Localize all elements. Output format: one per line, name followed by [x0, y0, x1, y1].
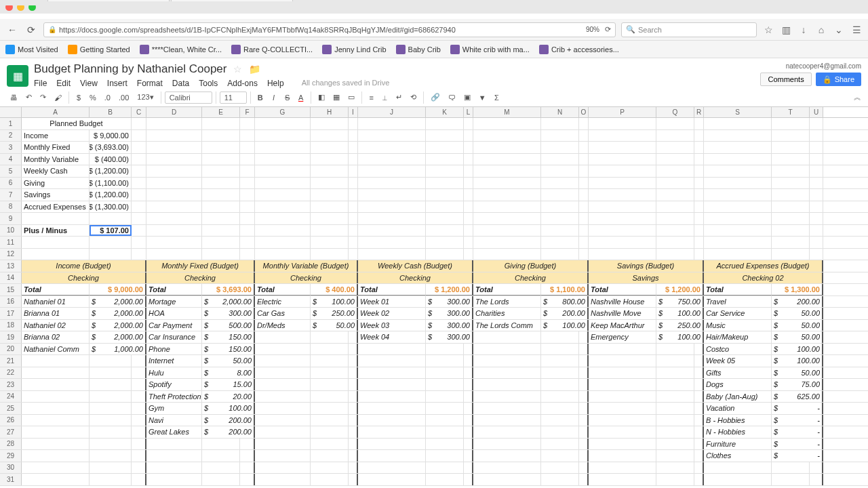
cell[interactable]	[22, 213, 90, 224]
row-header[interactable]: 3	[0, 142, 22, 153]
cell[interactable]	[541, 426, 579, 438]
cell[interactable]	[464, 439, 473, 450]
cell[interactable]	[656, 189, 694, 201]
cell[interactable]	[22, 379, 90, 390]
cell[interactable]	[255, 130, 311, 142]
cell[interactable]: $800.00	[541, 296, 589, 308]
cell[interactable]: Keep MacArthur	[589, 320, 656, 331]
cell[interactable]	[694, 130, 704, 142]
cell[interactable]: Giving	[22, 178, 90, 189]
cell[interactable]: Total	[358, 284, 426, 296]
cell[interactable]	[146, 213, 202, 224]
cell[interactable]	[656, 130, 694, 142]
row-header[interactable]: 4	[0, 154, 22, 165]
cell[interactable]	[240, 450, 255, 462]
functions-button[interactable]: Σ	[491, 92, 503, 104]
cell[interactable]: Clothes	[704, 450, 772, 462]
cell[interactable]	[589, 178, 656, 189]
cell[interactable]	[358, 450, 426, 462]
cell[interactable]	[255, 474, 311, 485]
row-header[interactable]: 24	[0, 391, 22, 403]
cell[interactable]	[311, 415, 349, 426]
row-header[interactable]: 9	[0, 213, 22, 224]
cell[interactable]: Planned Budget	[22, 118, 132, 129]
cell[interactable]: $ 107.00	[90, 225, 132, 237]
cell[interactable]	[772, 462, 810, 474]
cell[interactable]	[358, 415, 426, 426]
cell[interactable]	[358, 130, 426, 142]
cell[interactable]	[255, 415, 311, 426]
cell[interactable]	[132, 450, 146, 462]
cell[interactable]: Week 01	[358, 296, 426, 308]
cell[interactable]	[579, 391, 589, 403]
cell[interactable]	[473, 225, 541, 237]
cell[interactable]	[694, 201, 704, 213]
cell[interactable]	[656, 403, 694, 414]
cell[interactable]	[589, 450, 656, 462]
user-email[interactable]: natecooper4@gmail.com	[760, 62, 861, 70]
cell[interactable]: $100.00	[772, 355, 823, 367]
cell[interactable]	[255, 355, 311, 367]
cell[interactable]	[579, 344, 589, 355]
cell[interactable]	[704, 474, 772, 485]
cell[interactable]: $15.00	[202, 379, 255, 390]
cell[interactable]	[810, 201, 823, 213]
cell[interactable]	[541, 450, 579, 462]
cell[interactable]	[694, 379, 704, 390]
cell[interactable]: B - Hobbies	[704, 415, 772, 426]
column-header[interactable]: O	[579, 107, 589, 117]
cell[interactable]	[589, 237, 656, 248]
cell[interactable]	[349, 344, 358, 355]
cell[interactable]: Travel	[704, 296, 772, 308]
row-header[interactable]: 11	[0, 237, 22, 248]
cell[interactable]	[311, 462, 349, 474]
cell[interactable]	[22, 426, 90, 438]
cell[interactable]: $2,000.00	[90, 308, 146, 319]
cell[interactable]	[579, 249, 589, 260]
cell[interactable]: The Lords	[473, 296, 541, 308]
column-header[interactable]: T	[772, 107, 810, 117]
cell[interactable]	[358, 391, 426, 403]
cell[interactable]	[132, 165, 146, 177]
cell[interactable]	[311, 474, 349, 485]
percent-button[interactable]: %	[86, 92, 100, 104]
cell[interactable]	[810, 213, 823, 224]
cell[interactable]	[132, 379, 146, 390]
cell[interactable]: $150.00	[202, 331, 255, 343]
cell[interactable]	[90, 439, 132, 450]
cell[interactable]	[589, 249, 656, 260]
bookmark-star-icon[interactable]: ☆	[762, 24, 774, 36]
cell[interactable]	[589, 426, 656, 438]
cell[interactable]: Dr/Meds	[255, 320, 311, 331]
cell[interactable]	[473, 154, 541, 165]
cell[interactable]: $ (1,300.00)	[90, 201, 132, 213]
cell[interactable]	[579, 367, 589, 379]
cell[interactable]	[146, 165, 202, 177]
cell[interactable]	[349, 189, 358, 201]
cell[interactable]	[772, 474, 810, 485]
row-header[interactable]: 21	[0, 355, 22, 367]
column-header[interactable]: E	[202, 107, 240, 117]
cell[interactable]	[349, 426, 358, 438]
cell[interactable]	[541, 331, 579, 343]
cell[interactable]	[146, 189, 202, 201]
cell[interactable]: $100.00	[541, 320, 589, 331]
menu-item[interactable]: File	[34, 79, 47, 88]
row-header[interactable]: 16	[0, 296, 22, 308]
cell[interactable]	[349, 462, 358, 474]
cell[interactable]	[146, 474, 202, 485]
cell[interactable]	[464, 189, 473, 201]
cell[interactable]: Emergency	[589, 331, 656, 343]
cell[interactable]	[255, 249, 311, 260]
cell[interactable]	[358, 189, 426, 201]
cell[interactable]	[358, 142, 426, 153]
cell[interactable]: $ 1,200.00	[656, 284, 704, 296]
cell[interactable]: $2,000.00	[90, 331, 146, 343]
cell[interactable]: Car Service	[704, 308, 772, 319]
cell[interactable]	[132, 367, 146, 379]
cell[interactable]	[579, 426, 589, 438]
cell[interactable]	[579, 415, 589, 426]
cell[interactable]	[358, 249, 426, 260]
cell[interactable]	[426, 403, 464, 414]
cell[interactable]	[132, 213, 146, 224]
